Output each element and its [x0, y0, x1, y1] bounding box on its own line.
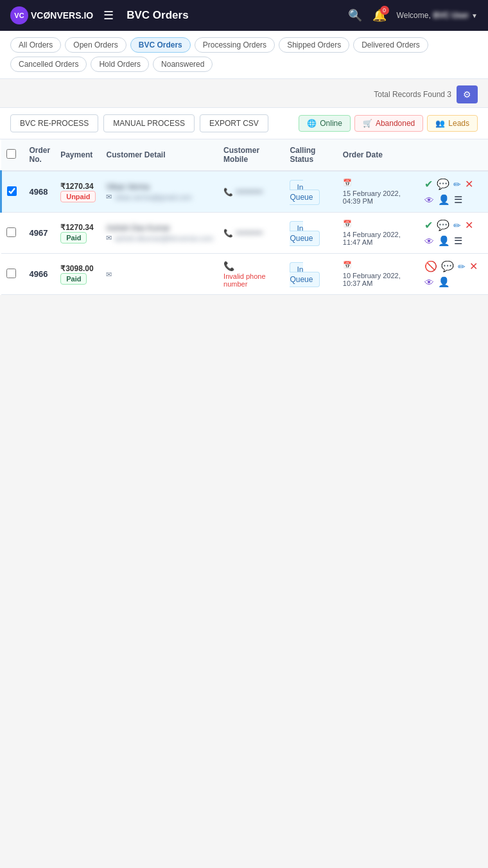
tab-shipped-orders[interactable]: Shipped Orders: [279, 37, 349, 53]
th-checkbox: [1, 139, 24, 171]
calling-status-cell: In Queue: [284, 213, 337, 254]
email-icon: ✉: [106, 193, 112, 201]
email-icon: ✉: [106, 234, 112, 242]
records-row: Total Records Found 3 ⚙: [0, 79, 488, 107]
mobile-number: 📞 ••••••••••: [223, 229, 279, 238]
leads-icon: 👥: [435, 119, 445, 128]
th-order-no: OrderNo.: [24, 139, 56, 171]
customer-email: ✉ ashish.dkumar@bhcversio.com: [106, 234, 213, 242]
notification-wrapper[interactable]: 🔔 0: [372, 8, 387, 22]
actions-cell: 🚫 💬 ✏ ✕ 👁 👤: [419, 254, 488, 295]
filter-icon-button[interactable]: ⚙: [457, 85, 478, 103]
row-checkbox[interactable]: [7, 186, 17, 196]
order-number-cell: 4968: [24, 171, 56, 213]
page-main: All Orders Open Orders BVC Orders Proces…: [0, 31, 488, 868]
mobile-number: 📞 ••••••••••: [223, 188, 279, 197]
toolbar: BVC RE-PROCESS MANUAL PROCESS EXPORT CSV…: [0, 107, 488, 139]
check-icon[interactable]: ✔: [424, 219, 433, 231]
email-icon: ✉: [106, 270, 112, 279]
edit-icon[interactable]: ✏: [458, 261, 466, 272]
leads-status-button[interactable]: 👥 Leads: [427, 115, 478, 132]
total-records-text: Total Records Found 3: [374, 90, 451, 99]
customer-name: Ashish Das Kumar: [106, 224, 213, 233]
payment-amount: ₹3098.00: [60, 264, 96, 273]
user-icon[interactable]: 👤: [438, 235, 450, 247]
online-status-button[interactable]: 🌐 Online: [299, 115, 351, 132]
bvc-reprocess-button[interactable]: BVC RE-PROCESS: [10, 114, 98, 132]
action-icons: ✔ 💬 ✏ ✕ 👁 👤 ☰: [424, 178, 483, 206]
logo-icon: VC: [10, 6, 28, 24]
order-date: 📅 14 February 2022, 11:47 AM: [343, 220, 414, 246]
leads-label: Leads: [448, 119, 469, 128]
payment-cell: ₹1270.34 Paid: [55, 213, 101, 254]
tab-noanswered[interactable]: Noanswered: [153, 57, 213, 72]
phone-icon: 📞: [223, 229, 233, 238]
row-checkbox[interactable]: [6, 269, 16, 278]
calendar-icon: 📅: [343, 179, 352, 187]
table-row: 4967 ₹1270.34 Paid Ashish Das Kumar ✉ as…: [1, 213, 489, 254]
tab-processing-orders[interactable]: Processing Orders: [195, 37, 275, 53]
select-all-checkbox[interactable]: [6, 149, 16, 159]
phone-icon: 📞: [223, 261, 234, 271]
row-checkbox-cell: [1, 171, 24, 213]
payment-amount: ₹1270.34: [60, 223, 96, 232]
invalid-phone: 📞 Invalid phone number: [223, 261, 279, 288]
delete-icon[interactable]: ✕: [465, 178, 473, 190]
toolbar-left: BVC RE-PROCESS MANUAL PROCESS EXPORT CSV: [10, 114, 268, 132]
dropdown-arrow-icon: ▼: [471, 12, 478, 19]
tab-all-orders[interactable]: All Orders: [10, 37, 61, 53]
search-icon[interactable]: 🔍: [348, 8, 362, 22]
action-icons: ✔ 💬 ✏ ✕ 👁 👤 ☰: [424, 219, 483, 247]
tab-delivered-orders[interactable]: Delivered Orders: [353, 37, 428, 53]
edit-icon[interactable]: ✏: [453, 179, 461, 190]
action-icons: 🚫 💬 ✏ ✕ 👁 👤: [424, 260, 483, 288]
calling-status-badge: In Queue: [290, 180, 320, 205]
invalid-phone-text: Invalid phone number: [223, 272, 279, 288]
calendar-icon: 📅: [343, 261, 352, 269]
list-icon[interactable]: ☰: [454, 194, 462, 206]
header: VC VCØNVERS.IO ☰ BVC Orders 🔍 🔔 0 Welcom…: [0, 0, 488, 31]
delete-icon[interactable]: ✕: [469, 260, 478, 272]
th-order-date: Order Date: [338, 139, 419, 171]
order-number: 4967: [30, 228, 48, 238]
block-icon[interactable]: 🚫: [424, 260, 437, 272]
chat-icon[interactable]: 💬: [441, 260, 454, 272]
abandoned-label: Abandoned: [376, 119, 415, 128]
export-csv-button[interactable]: EXPORT CSV: [200, 114, 268, 132]
calling-status-cell: In Queue: [284, 171, 337, 213]
tab-hold-orders[interactable]: Hold Orders: [91, 57, 149, 72]
edit-icon[interactable]: ✏: [453, 220, 461, 231]
payment-badge: Paid: [60, 232, 87, 244]
th-customer-mobile: CustomerMobile: [218, 139, 284, 171]
status-group: 🌐 Online 🛒 Abandoned 👥 Leads: [299, 115, 478, 132]
tab-cancelled-orders[interactable]: Cancelled Orders: [10, 57, 87, 72]
user-icon[interactable]: 👤: [438, 276, 450, 288]
list-icon[interactable]: ☰: [454, 235, 462, 247]
abandoned-status-button[interactable]: 🛒 Abandoned: [354, 115, 423, 132]
user-icon[interactable]: 👤: [438, 194, 450, 206]
check-icon[interactable]: ✔: [424, 178, 433, 190]
order-date-cell: 📅 15 February 2022, 04:39 PM: [338, 171, 419, 213]
order-date-cell: 📅 10 February 2022, 10:37 AM: [338, 254, 419, 295]
row-checkbox-cell: [1, 254, 24, 295]
customer-detail-cell: Ashish Das Kumar ✉ ashish.dkumar@bhcvers…: [101, 213, 218, 254]
view-icon[interactable]: 👁: [424, 195, 434, 206]
user-welcome[interactable]: Welcome, BVC User ▼: [397, 11, 478, 20]
delete-icon[interactable]: ✕: [465, 219, 473, 231]
customer-detail-cell: Vikas Verma ✉ vikas.verma@gmail.com: [101, 171, 218, 213]
table-container: OrderNo. Payment Customer Detail Custome…: [0, 139, 488, 295]
hamburger-icon[interactable]: ☰: [103, 8, 114, 22]
manual-process-button[interactable]: MANUAL PROCESS: [103, 114, 195, 132]
th-customer-detail: Customer Detail: [101, 139, 218, 171]
online-label: Online: [320, 119, 342, 128]
view-icon[interactable]: 👁: [424, 236, 434, 247]
row-checkbox[interactable]: [6, 227, 16, 237]
row-checkbox-cell: [1, 213, 24, 254]
view-icon[interactable]: 👁: [424, 277, 434, 288]
tab-bvc-orders[interactable]: BVC Orders: [130, 37, 191, 53]
chat-icon[interactable]: 💬: [437, 178, 449, 190]
tab-open-orders[interactable]: Open Orders: [65, 37, 126, 53]
table-row: 4966 ₹3098.00 Paid ✉ 📞: [1, 254, 489, 295]
logo: VC VCØNVERS.IO: [10, 6, 93, 24]
chat-icon[interactable]: 💬: [437, 219, 449, 231]
